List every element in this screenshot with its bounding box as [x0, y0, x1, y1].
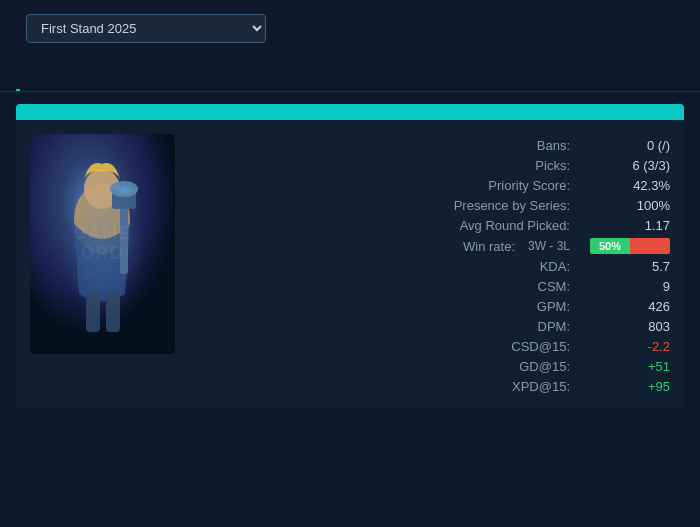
stat-value: 0 (/): [570, 138, 670, 153]
stats-table: Bans:0 (/)Picks:6 (3/3)Priority Score:42…: [191, 134, 670, 394]
stat-label: Bans:: [410, 138, 570, 153]
svg-rect-0: [30, 134, 175, 354]
stat-label: CSD@15:: [410, 339, 570, 354]
stat-label: XPD@15:: [410, 379, 570, 394]
stat-row: Avg Round Picked:1.17: [191, 218, 670, 233]
stat-value: -2.2: [570, 339, 670, 354]
stats-header: [16, 104, 684, 120]
winrate-green: 50%: [590, 238, 630, 254]
tab-statistics[interactable]: [16, 71, 20, 91]
svg-text:gameord: gameord: [73, 269, 130, 281]
stats-body: GAME ORD gameord Bans:0 (/)Picks:6 (3/3)…: [16, 120, 684, 408]
winrate-bar-container: 50%: [570, 238, 670, 254]
stat-value: +51: [570, 359, 670, 374]
stat-row: CSD@15:-2.2: [191, 339, 670, 354]
stat-row: Win rate:3W - 3L50%: [191, 238, 670, 254]
stat-row: DPM:803: [191, 319, 670, 334]
svg-rect-8: [106, 292, 120, 332]
stat-label: Avg Round Picked:: [410, 218, 570, 233]
svg-rect-3: [120, 194, 128, 274]
champion-image: GAME ORD gameord: [30, 134, 175, 354]
winrate-wl-text: 3W - 3L: [515, 239, 570, 253]
stat-value: 100%: [570, 198, 670, 213]
stat-label: GPM:: [410, 299, 570, 314]
winrate-bar: 50%: [590, 238, 670, 254]
stat-label: GD@15:: [410, 359, 570, 374]
stat-label: DPM:: [410, 319, 570, 334]
stat-value: 42.3%: [570, 178, 670, 193]
tab-builds[interactable]: [84, 71, 88, 91]
stat-value: 6 (3/3): [570, 158, 670, 173]
stat-label: Presence by Series:: [410, 198, 570, 213]
tournament-bar: First Stand 2025: [0, 0, 700, 53]
stat-value: 5.7: [570, 259, 670, 274]
svg-point-1: [74, 184, 130, 254]
stat-label: Priority Score:: [410, 178, 570, 193]
stat-row: GPM:426: [191, 299, 670, 314]
stat-label: CSM:: [410, 279, 570, 294]
svg-rect-4: [112, 189, 136, 209]
stat-value: 803: [570, 319, 670, 334]
stats-card: GAME ORD gameord Bans:0 (/)Picks:6 (3/3)…: [16, 104, 684, 408]
stat-row: XPD@15:+95: [191, 379, 670, 394]
stat-row: GD@15:+51: [191, 359, 670, 374]
svg-rect-7: [86, 292, 100, 332]
stat-row: Bans:0 (/): [191, 138, 670, 153]
stat-value: 9: [570, 279, 670, 294]
main-content: GAME ORD gameord Bans:0 (/)Picks:6 (3/3)…: [0, 92, 700, 420]
stat-value: 426: [570, 299, 670, 314]
tournament-select[interactable]: First Stand 2025: [26, 14, 266, 43]
stat-row: Presence by Series:100%: [191, 198, 670, 213]
stat-row: Priority Score:42.3%: [191, 178, 670, 193]
role-bar: [0, 53, 700, 71]
winrate-red: [630, 238, 670, 254]
tabs-bar: [0, 71, 700, 92]
svg-point-5: [110, 181, 138, 197]
stat-value: +95: [570, 379, 670, 394]
stat-label: KDA:: [410, 259, 570, 274]
stat-value: 1.17: [570, 218, 670, 233]
stat-row: Picks:6 (3/3): [191, 158, 670, 173]
stat-label: Picks:: [410, 158, 570, 173]
stat-row: CSM:9: [191, 279, 670, 294]
stat-row: KDA:5.7: [191, 259, 670, 274]
tab-match-list[interactable]: [50, 71, 54, 91]
svg-text:ORD: ORD: [81, 243, 124, 263]
stat-label: Win rate:: [355, 239, 515, 254]
svg-text:GAME: GAME: [73, 223, 131, 243]
svg-point-6: [114, 185, 134, 197]
svg-point-2: [84, 169, 120, 209]
